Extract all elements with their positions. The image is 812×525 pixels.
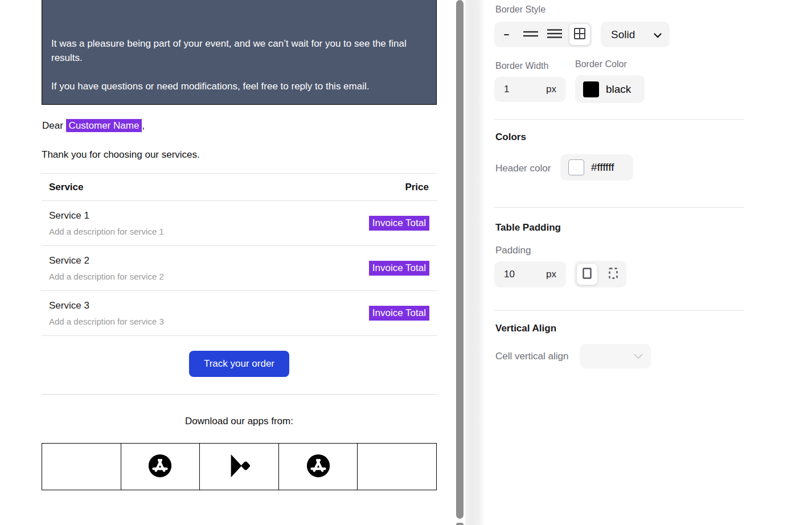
border-style-segmented-control	[494, 22, 592, 47]
border-color-label: Border Color	[575, 59, 627, 69]
table-row[interactable]: Service 2 Add a description for service …	[42, 245, 437, 290]
border-style-option-grid[interactable]	[569, 23, 590, 46]
padding-label: Padding	[495, 245, 531, 256]
header-color-swatch	[568, 159, 584, 175]
header-paragraph-2: If you have questions or need modificati…	[51, 79, 427, 93]
header-color-label: Header color	[495, 163, 551, 174]
services-table[interactable]: Service Price Service 1 Add a descriptio…	[42, 173, 437, 336]
section-divider	[494, 207, 744, 208]
border-style-label: Border Style	[495, 5, 546, 15]
price-column-header: Price	[405, 182, 429, 193]
service-name: Service 3	[49, 300, 164, 311]
table-row[interactable]: Service 1 Add a description for service …	[42, 200, 437, 245]
greeting-line[interactable]: Dear Customer Name,	[42, 120, 437, 132]
header-color-value: #ffffff	[591, 161, 614, 174]
preview-scrollbar-thumb-secondary[interactable]	[456, 523, 464, 525]
invoice-total-merge-tag[interactable]: Invoice Total	[369, 261, 429, 276]
square-outline-icon	[583, 268, 592, 281]
border-style-select-value: Solid	[611, 28, 635, 41]
padding-input[interactable]: 10 px	[494, 261, 566, 288]
section-divider	[494, 310, 744, 311]
border-style-option-double[interactable]	[520, 24, 541, 45]
thanks-line[interactable]: Thank you for choosing our services.	[42, 149, 437, 161]
email-content: It was a pleasure being part of your eve…	[42, 0, 437, 490]
panel-gutter	[465, 0, 484, 525]
cell-vertical-align-label: Cell vertical align	[495, 351, 569, 362]
service-description: Add a description for service 1	[49, 227, 164, 236]
google-play-icon	[226, 471, 252, 481]
empty-cell[interactable]	[42, 444, 121, 490]
service-description: Add a description for service 2	[49, 272, 164, 281]
empty-cell[interactable]	[358, 444, 437, 490]
border-width-label: Border Width	[495, 61, 548, 71]
service-column-header: Service	[49, 182, 84, 193]
section-divider	[42, 394, 437, 395]
greeting-suffix: ,	[142, 120, 145, 131]
padding-uniform-option[interactable]	[576, 263, 598, 285]
border-style-option-triple[interactable]	[544, 24, 565, 45]
service-name: Service 2	[49, 255, 164, 266]
border-color-value: black	[606, 83, 631, 96]
single-line-icon	[504, 34, 509, 35]
app-store-icon	[147, 471, 173, 481]
service-description: Add a description for service 3	[49, 317, 164, 326]
triple-line-icon	[547, 28, 562, 41]
chevron-down-icon	[654, 28, 662, 41]
header-paragraph-1: It was a pleasure being part of your eve…	[51, 36, 427, 65]
email-preview-panel: It was a pleasure being part of your eve…	[0, 0, 456, 525]
table-padding-heading: Table Padding	[495, 222, 561, 233]
border-color-swatch	[583, 81, 599, 97]
service-name: Service 1	[49, 210, 164, 222]
table-row[interactable]: Service 3 Add a description for service …	[42, 290, 437, 335]
chevron-down-icon	[634, 351, 643, 362]
customer-name-merge-tag[interactable]: Customer Name	[66, 119, 142, 132]
vertical-align-heading: Vertical Align	[495, 323, 556, 334]
app-store-cell[interactable]	[121, 444, 200, 490]
padding-mode-segmented-control	[574, 261, 626, 288]
app-store-icon	[305, 471, 331, 481]
services-table-header: Service Price	[42, 174, 437, 200]
double-line-icon	[523, 30, 538, 40]
border-color-button[interactable]: black	[575, 75, 645, 103]
colors-heading: Colors	[495, 132, 526, 143]
invoice-total-merge-tag[interactable]: Invoice Total	[369, 216, 429, 231]
border-style-option-single[interactable]	[496, 24, 516, 45]
preview-scrollbar-thumb[interactable]	[456, 0, 464, 519]
preview-scrollbar-track[interactable]	[454, 0, 465, 525]
google-play-cell[interactable]	[200, 444, 279, 490]
download-apps-text[interactable]: Download our apps from:	[42, 416, 437, 427]
padding-value: 10	[504, 269, 515, 280]
app-store-cell[interactable]	[278, 444, 358, 490]
section-divider	[494, 119, 744, 120]
greeting-prefix: Dear	[42, 120, 66, 131]
grid-icon	[573, 27, 586, 42]
padding-per-side-option[interactable]	[602, 263, 624, 285]
settings-panel: Border Style Solid Border	[484, 0, 812, 525]
border-width-unit: px	[546, 84, 556, 95]
border-width-value: 1	[504, 84, 509, 95]
app-links-table	[42, 443, 437, 490]
border-style-select[interactable]: Solid	[601, 22, 670, 47]
email-header-box[interactable]: It was a pleasure being part of your eve…	[42, 0, 437, 105]
invoice-total-merge-tag[interactable]: Invoice Total	[369, 306, 429, 321]
padding-unit: px	[546, 269, 556, 280]
dashed-square-icon	[609, 268, 618, 281]
cell-vertical-align-select[interactable]	[580, 344, 651, 368]
track-order-button[interactable]: Track your order	[189, 351, 289, 377]
header-color-button[interactable]: #ffffff	[560, 154, 633, 181]
border-width-input[interactable]: 1 px	[494, 77, 566, 102]
